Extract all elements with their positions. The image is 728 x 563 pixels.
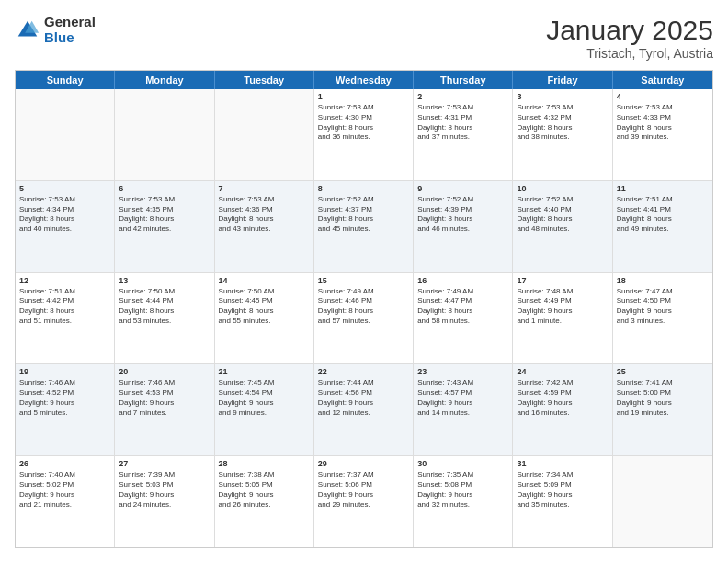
calendar-cell: 8Sunrise: 7:52 AM Sunset: 4:37 PM Daylig… bbox=[314, 181, 414, 272]
day-info: Sunrise: 7:39 AM Sunset: 5:03 PM Dayligh… bbox=[119, 470, 210, 510]
day-number: 28 bbox=[219, 459, 310, 468]
calendar-cell bbox=[215, 89, 314, 180]
calendar-header: SundayMondayTuesdayWednesdayThursdayFrid… bbox=[16, 71, 712, 89]
calendar-cell: 1Sunrise: 7:53 AM Sunset: 4:30 PM Daylig… bbox=[314, 89, 414, 180]
calendar-cell: 27Sunrise: 7:39 AM Sunset: 5:03 PM Dayli… bbox=[115, 456, 214, 547]
location-title: Tristach, Tyrol, Austria bbox=[546, 46, 713, 61]
day-number: 16 bbox=[417, 276, 508, 285]
calendar-cell: 25Sunrise: 7:41 AM Sunset: 5:00 PM Dayli… bbox=[613, 364, 712, 455]
calendar-cell: 13Sunrise: 7:50 AM Sunset: 4:44 PM Dayli… bbox=[115, 273, 214, 364]
page-header: General Blue January 2025 Tristach, Tyro… bbox=[15, 15, 713, 61]
day-info: Sunrise: 7:35 AM Sunset: 5:08 PM Dayligh… bbox=[417, 470, 508, 510]
day-number: 27 bbox=[119, 459, 210, 468]
day-info: Sunrise: 7:49 AM Sunset: 4:46 PM Dayligh… bbox=[318, 287, 409, 327]
calendar-row: 1Sunrise: 7:53 AM Sunset: 4:30 PM Daylig… bbox=[16, 89, 712, 181]
day-number: 13 bbox=[119, 276, 210, 285]
calendar-cell bbox=[16, 89, 115, 180]
day-number: 14 bbox=[219, 276, 310, 285]
calendar-cell: 12Sunrise: 7:51 AM Sunset: 4:42 PM Dayli… bbox=[16, 273, 115, 364]
day-info: Sunrise: 7:48 AM Sunset: 4:49 PM Dayligh… bbox=[517, 287, 608, 327]
day-number: 11 bbox=[617, 184, 709, 193]
day-number: 23 bbox=[417, 367, 508, 376]
calendar-body: 1Sunrise: 7:53 AM Sunset: 4:30 PM Daylig… bbox=[16, 89, 712, 547]
day-info: Sunrise: 7:51 AM Sunset: 4:41 PM Dayligh… bbox=[617, 195, 709, 235]
day-number: 30 bbox=[417, 459, 508, 468]
day-number: 29 bbox=[318, 459, 409, 468]
calendar-cell: 19Sunrise: 7:46 AM Sunset: 4:52 PM Dayli… bbox=[16, 364, 115, 455]
day-number: 6 bbox=[119, 184, 210, 193]
day-info: Sunrise: 7:52 AM Sunset: 4:40 PM Dayligh… bbox=[517, 195, 608, 235]
calendar-row: 12Sunrise: 7:51 AM Sunset: 4:42 PM Dayli… bbox=[16, 273, 712, 365]
day-info: Sunrise: 7:45 AM Sunset: 4:54 PM Dayligh… bbox=[219, 378, 310, 418]
day-info: Sunrise: 7:47 AM Sunset: 4:50 PM Dayligh… bbox=[617, 287, 709, 327]
calendar-row: 19Sunrise: 7:46 AM Sunset: 4:52 PM Dayli… bbox=[16, 364, 712, 456]
day-number: 20 bbox=[119, 367, 210, 376]
weekday-header: Wednesday bbox=[314, 71, 414, 89]
day-number: 31 bbox=[517, 459, 608, 468]
day-number: 18 bbox=[617, 276, 709, 285]
logo-text: General Blue bbox=[44, 15, 96, 45]
day-info: Sunrise: 7:38 AM Sunset: 5:05 PM Dayligh… bbox=[219, 470, 310, 510]
calendar: SundayMondayTuesdayWednesdayThursdayFrid… bbox=[15, 70, 713, 548]
day-info: Sunrise: 7:50 AM Sunset: 4:45 PM Dayligh… bbox=[219, 287, 310, 327]
day-info: Sunrise: 7:49 AM Sunset: 4:47 PM Dayligh… bbox=[417, 287, 508, 327]
title-block: January 2025 Tristach, Tyrol, Austria bbox=[546, 15, 713, 61]
day-info: Sunrise: 7:46 AM Sunset: 4:52 PM Dayligh… bbox=[19, 378, 110, 418]
day-info: Sunrise: 7:53 AM Sunset: 4:36 PM Dayligh… bbox=[219, 195, 310, 235]
day-number: 12 bbox=[19, 276, 110, 285]
logo: General Blue bbox=[15, 15, 96, 45]
day-number: 5 bbox=[19, 184, 110, 193]
day-info: Sunrise: 7:37 AM Sunset: 5:06 PM Dayligh… bbox=[318, 470, 409, 510]
day-number: 25 bbox=[617, 367, 709, 376]
calendar-cell: 6Sunrise: 7:53 AM Sunset: 4:35 PM Daylig… bbox=[115, 181, 214, 272]
calendar-cell: 18Sunrise: 7:47 AM Sunset: 4:50 PM Dayli… bbox=[613, 273, 712, 364]
calendar-cell: 9Sunrise: 7:52 AM Sunset: 4:39 PM Daylig… bbox=[414, 181, 513, 272]
day-number: 8 bbox=[318, 184, 409, 193]
calendar-cell: 26Sunrise: 7:40 AM Sunset: 5:02 PM Dayli… bbox=[16, 456, 115, 547]
calendar-cell: 4Sunrise: 7:53 AM Sunset: 4:33 PM Daylig… bbox=[613, 89, 712, 180]
calendar-cell: 29Sunrise: 7:37 AM Sunset: 5:06 PM Dayli… bbox=[314, 456, 414, 547]
day-info: Sunrise: 7:34 AM Sunset: 5:09 PM Dayligh… bbox=[517, 470, 608, 510]
day-info: Sunrise: 7:43 AM Sunset: 4:57 PM Dayligh… bbox=[417, 378, 508, 418]
logo-icon bbox=[15, 17, 40, 43]
calendar-cell: 14Sunrise: 7:50 AM Sunset: 4:45 PM Dayli… bbox=[215, 273, 314, 364]
calendar-cell: 28Sunrise: 7:38 AM Sunset: 5:05 PM Dayli… bbox=[215, 456, 314, 547]
calendar-page: General Blue January 2025 Tristach, Tyro… bbox=[0, 0, 728, 563]
day-info: Sunrise: 7:53 AM Sunset: 4:35 PM Dayligh… bbox=[119, 195, 210, 235]
day-number: 9 bbox=[417, 184, 508, 193]
month-title: January 2025 bbox=[546, 15, 713, 46]
calendar-cell: 20Sunrise: 7:46 AM Sunset: 4:53 PM Dayli… bbox=[115, 364, 214, 455]
day-number: 4 bbox=[617, 92, 709, 101]
day-info: Sunrise: 7:42 AM Sunset: 4:59 PM Dayligh… bbox=[517, 378, 608, 418]
calendar-cell: 2Sunrise: 7:53 AM Sunset: 4:31 PM Daylig… bbox=[414, 89, 513, 180]
day-info: Sunrise: 7:53 AM Sunset: 4:33 PM Dayligh… bbox=[617, 103, 709, 143]
calendar-cell: 3Sunrise: 7:53 AM Sunset: 4:32 PM Daylig… bbox=[513, 89, 612, 180]
calendar-cell: 15Sunrise: 7:49 AM Sunset: 4:46 PM Dayli… bbox=[314, 273, 414, 364]
day-number: 3 bbox=[517, 92, 608, 101]
day-info: Sunrise: 7:40 AM Sunset: 5:02 PM Dayligh… bbox=[19, 470, 110, 510]
day-number: 24 bbox=[517, 367, 608, 376]
calendar-cell: 16Sunrise: 7:49 AM Sunset: 4:47 PM Dayli… bbox=[414, 273, 513, 364]
weekday-header: Saturday bbox=[613, 71, 712, 89]
day-info: Sunrise: 7:50 AM Sunset: 4:44 PM Dayligh… bbox=[119, 287, 210, 327]
calendar-cell: 7Sunrise: 7:53 AM Sunset: 4:36 PM Daylig… bbox=[215, 181, 314, 272]
calendar-cell: 30Sunrise: 7:35 AM Sunset: 5:08 PM Dayli… bbox=[414, 456, 513, 547]
calendar-cell: 23Sunrise: 7:43 AM Sunset: 4:57 PM Dayli… bbox=[414, 364, 513, 455]
calendar-cell: 24Sunrise: 7:42 AM Sunset: 4:59 PM Dayli… bbox=[513, 364, 612, 455]
day-info: Sunrise: 7:44 AM Sunset: 4:56 PM Dayligh… bbox=[318, 378, 409, 418]
calendar-row: 26Sunrise: 7:40 AM Sunset: 5:02 PM Dayli… bbox=[16, 456, 712, 547]
day-number: 10 bbox=[517, 184, 608, 193]
day-number: 15 bbox=[318, 276, 409, 285]
weekday-header: Tuesday bbox=[215, 71, 314, 89]
calendar-cell: 11Sunrise: 7:51 AM Sunset: 4:41 PM Dayli… bbox=[613, 181, 712, 272]
day-number: 7 bbox=[219, 184, 310, 193]
calendar-cell: 21Sunrise: 7:45 AM Sunset: 4:54 PM Dayli… bbox=[215, 364, 314, 455]
day-number: 26 bbox=[19, 459, 110, 468]
day-info: Sunrise: 7:41 AM Sunset: 5:00 PM Dayligh… bbox=[617, 378, 709, 418]
logo-general: General bbox=[44, 15, 96, 30]
day-info: Sunrise: 7:52 AM Sunset: 4:39 PM Dayligh… bbox=[417, 195, 508, 235]
day-info: Sunrise: 7:53 AM Sunset: 4:30 PM Dayligh… bbox=[318, 103, 409, 143]
day-number: 1 bbox=[318, 92, 409, 101]
day-number: 19 bbox=[19, 367, 110, 376]
weekday-header: Friday bbox=[513, 71, 612, 89]
